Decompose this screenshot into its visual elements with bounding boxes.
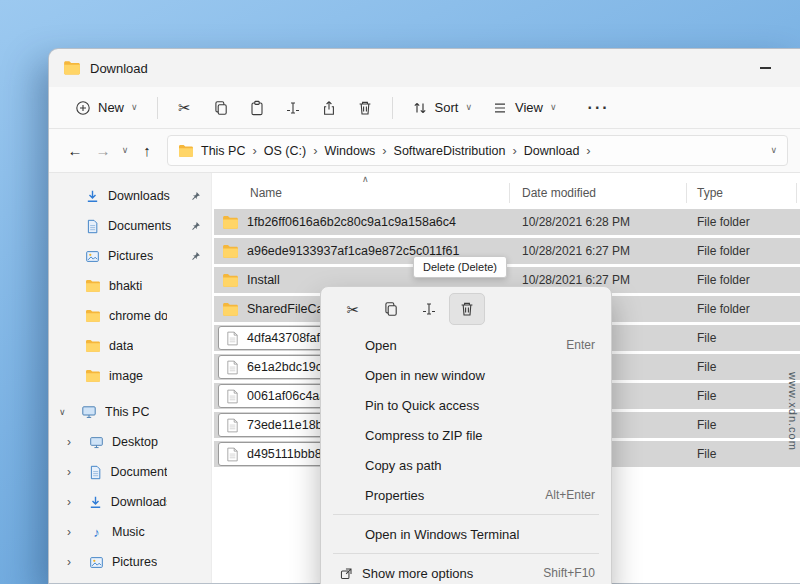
new-button-label: New [98, 100, 124, 115]
expand-chevron-icon[interactable]: › [67, 435, 81, 449]
sidebar-item-data[interactable]: data [49, 331, 211, 361]
menu-item-shortcut: Alt+Enter [545, 488, 595, 502]
cut-button[interactable]: ✂ [335, 293, 371, 325]
cut-button[interactable]: ✂ [167, 92, 203, 124]
file-icon [225, 418, 240, 433]
column-header-date-modified[interactable]: Date modified [510, 183, 687, 203]
menu-item-pin-to-quick-access[interactable]: Pin to Quick access [325, 390, 607, 420]
sidebar-item-music[interactable]: › ♪ Music [49, 517, 211, 547]
pictures-icon [89, 555, 104, 570]
file-date: 10/28/2021 6:27 PM [510, 244, 687, 258]
expand-chevron-icon[interactable]: › [67, 495, 80, 509]
back-button[interactable]: ← [61, 137, 89, 165]
column-header-name[interactable]: Name [212, 183, 510, 203]
breadcrumb[interactable]: This PC › OS (C:) › Windows › SoftwareDi… [167, 135, 788, 166]
command-toolbar: New ∨ ✂ Sort ∨ View ∨ ··· [49, 87, 800, 129]
menu-item-label: Show more options [362, 566, 473, 581]
column-headers: ∧ Name Date modified Type [212, 173, 800, 207]
delete-button[interactable] [449, 293, 485, 325]
up-button[interactable]: ↑ [133, 137, 161, 165]
rename-button[interactable] [275, 92, 311, 124]
sidebar-item-downloads[interactable]: Downloads [49, 181, 211, 211]
sidebar-item-label: Downloads [111, 495, 167, 509]
sidebar-item-documents[interactable]: Documents [49, 211, 211, 241]
column-header-type[interactable]: Type [687, 183, 797, 203]
address-dropdown-icon[interactable]: ∨ [770, 146, 777, 155]
sidebar-item-pictures[interactable]: Pictures [49, 241, 211, 271]
expand-chevron-icon[interactable]: › [67, 555, 81, 569]
copy-button[interactable] [373, 293, 409, 325]
chevron-right-icon: › [313, 143, 317, 158]
copy-icon [383, 301, 399, 317]
minimize-button[interactable] [744, 53, 786, 83]
breadcrumb-this-pc[interactable]: This PC [201, 144, 245, 158]
folder-icon [85, 368, 101, 384]
file-date: 10/28/2021 6:28 PM [510, 215, 687, 229]
view-icon [492, 100, 508, 116]
file-type: File folder [687, 215, 750, 229]
delete-button[interactable] [347, 92, 383, 124]
menu-item-open-in-new-window[interactable]: Open in new window [325, 360, 607, 390]
sort-button[interactable]: Sort ∨ [402, 94, 482, 122]
history-dropdown-button[interactable]: ∨ [117, 137, 133, 165]
file-icon [225, 389, 240, 404]
document-icon [88, 465, 103, 480]
delete-icon [459, 301, 475, 317]
window-controls [744, 53, 786, 83]
breadcrumb-windows[interactable]: Windows [325, 144, 376, 158]
sidebar-item-pictures-pc[interactable]: › Pictures [49, 547, 211, 577]
chevron-down-icon: ∨ [131, 103, 138, 112]
view-button[interactable]: View ∨ [482, 94, 567, 122]
menu-item-compress-to-zip[interactable]: Compress to ZIP file [325, 420, 607, 450]
pin-icon [190, 191, 201, 202]
menu-separator [333, 553, 599, 554]
menu-item-copy-as-path[interactable]: Copy as path [325, 450, 607, 480]
new-button[interactable]: New ∨ [65, 94, 148, 122]
breadcrumb-os-c[interactable]: OS (C:) [264, 144, 306, 158]
folder-icon [222, 214, 239, 231]
more-options-button[interactable]: ··· [581, 92, 617, 124]
menu-item-show-more-options[interactable]: Show more options Shift+F10 [325, 558, 607, 584]
plus-icon [75, 100, 91, 116]
menu-item-open-in-windows-terminal[interactable]: Open in Windows Terminal [325, 519, 607, 549]
navigation-pane: Downloads Documents Pictures bhakti chro… [49, 173, 211, 583]
chevron-down-icon: ∨ [550, 103, 557, 112]
forward-icon: → [96, 142, 111, 159]
file-type: File folder [687, 244, 750, 258]
copy-icon [213, 100, 229, 116]
sidebar-item-this-pc[interactable]: ∨ This PC [49, 397, 211, 427]
forward-button[interactable]: → [89, 137, 117, 165]
sidebar-item-desktop[interactable]: › Desktop [49, 427, 211, 457]
file-type: File [687, 360, 716, 374]
share-button[interactable] [311, 92, 347, 124]
chevron-right-icon: › [586, 143, 590, 158]
expand-chevron-icon[interactable]: › [67, 465, 80, 479]
sidebar-item-bhakti[interactable]: bhakti [49, 271, 211, 301]
menu-item-properties[interactable]: Properties Alt+Enter [325, 480, 607, 510]
file-icon [225, 331, 240, 346]
paste-button[interactable] [239, 92, 275, 124]
rename-button[interactable] [411, 293, 447, 325]
sidebar-item-chrome-downloads[interactable]: chrome downlo [49, 301, 211, 331]
location-folder-icon [178, 143, 194, 159]
sidebar-item-downloads-pc[interactable]: › Downloads [49, 487, 211, 517]
folder-icon [222, 272, 239, 289]
chevron-down-icon: ∨ [465, 103, 472, 112]
rename-icon [421, 301, 437, 317]
menu-item-open[interactable]: Open Enter [325, 330, 607, 360]
chevron-right-icon: › [252, 143, 256, 158]
breadcrumb-download[interactable]: Download [524, 144, 580, 158]
sidebar-item-documents-pc[interactable]: › Documents [49, 457, 211, 487]
title-bar: Download [49, 49, 800, 87]
copy-button[interactable] [203, 92, 239, 124]
sidebar-item-label: Pictures [108, 249, 153, 263]
table-row[interactable]: 1fb26ff0616a6b2c80c9a1c9a158a6c4 10/28/2… [212, 209, 800, 238]
folder-icon [85, 278, 101, 294]
collapse-chevron-icon[interactable]: ∨ [59, 407, 73, 417]
menu-item-shortcut: Enter [566, 338, 595, 352]
expand-chevron-icon[interactable]: › [67, 525, 81, 539]
file-name: 1fb26ff0616a6b2c80c9a1c9a158a6c4 [247, 215, 456, 229]
breadcrumb-softwaredistribution[interactable]: SoftwareDistribution [394, 144, 506, 158]
sidebar-item-image[interactable]: image [49, 361, 211, 391]
menu-item-shortcut: Shift+F10 [543, 566, 595, 580]
